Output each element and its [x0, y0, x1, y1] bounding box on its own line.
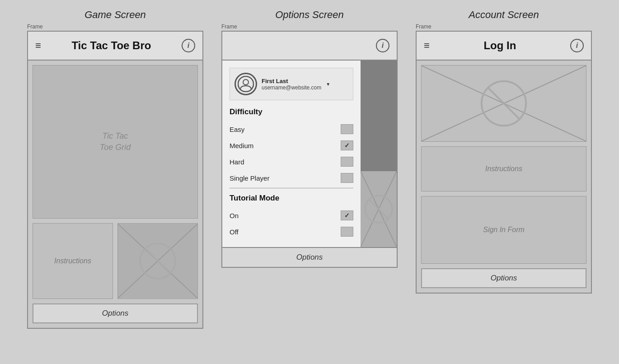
game-screen-title: Game Screen — [84, 9, 146, 21]
tutorial-heading: Tutorial Mode — [230, 194, 353, 203]
account-signin-box: Sign In Form — [421, 196, 586, 264]
game-instructions-label: Instructions — [54, 257, 91, 265]
game-grid-area: Tic Tac Toe Grid — [33, 65, 198, 219]
options-footer-button[interactable]: Options — [222, 247, 397, 267]
option-medium-label: Medium — [230, 142, 253, 149]
easy-checkbox[interactable] — [341, 124, 353, 134]
menu-icon[interactable]: ≡ — [35, 40, 41, 51]
game-bottom-row: Instructions — [33, 223, 198, 299]
option-medium: Medium ✓ — [230, 137, 353, 154]
hard-checkbox[interactable] — [341, 157, 353, 167]
option-hard: Hard — [230, 154, 353, 170]
option-off-label: Off — [230, 228, 239, 236]
dropdown-arrow-icon[interactable]: ▼ — [326, 82, 330, 87]
account-info-icon[interactable]: i — [570, 39, 584, 52]
single-player-checkbox[interactable] — [341, 173, 353, 183]
user-email: username@website.com — [262, 84, 321, 91]
off-checkbox[interactable] — [341, 227, 353, 237]
options-sidebar — [361, 61, 397, 247]
game-info-icon[interactable]: i — [182, 39, 195, 52]
account-body: Instructions Sign In Form Options — [417, 61, 591, 293]
options-info-icon[interactable]: i — [376, 39, 389, 52]
account-image-placeholder — [421, 65, 586, 142]
grid-label: Tic Tac Toe Grid — [100, 131, 131, 153]
account-instructions-box: Instructions — [421, 146, 586, 191]
on-checkbox[interactable]: ✓ — [341, 210, 353, 220]
options-phone-frame: i First Last username@web — [221, 31, 398, 268]
option-on-label: On — [230, 212, 239, 219]
account-menu-icon[interactable]: ≡ — [424, 40, 430, 51]
game-instructions-box: Instructions — [33, 223, 113, 299]
sidebar-bottom-image — [361, 171, 397, 247]
game-image-placeholder — [117, 223, 198, 299]
account-options-button[interactable]: Options — [421, 268, 586, 288]
game-header: ≡ Tic Tac Toe Bro i — [28, 32, 202, 61]
account-signin-label: Sign In Form — [483, 226, 525, 234]
option-hard-label: Hard — [230, 158, 244, 166]
account-screen-title: Account Screen — [469, 9, 539, 21]
user-name: First Last — [262, 78, 321, 84]
option-easy: Easy — [230, 121, 353, 137]
options-screen-title: Options Screen — [275, 9, 344, 21]
option-easy-label: Easy — [230, 126, 244, 133]
game-screen-wrapper: Game Screen Frame ≡ Tic Tac Toe Bro i Ti… — [27, 9, 203, 329]
game-title: Tic Tac Toe Bro — [71, 39, 151, 52]
options-screen-wrapper: Options Screen Frame i — [221, 9, 398, 268]
account-instructions-label: Instructions — [485, 165, 522, 173]
account-header: ≡ Log In i — [417, 32, 591, 61]
game-options-button[interactable]: Options — [33, 303, 198, 323]
medium-checkbox[interactable]: ✓ — [341, 140, 353, 150]
option-single-player: Single Player — [230, 170, 353, 186]
options-header: i — [222, 32, 397, 61]
option-off: Off — [230, 224, 353, 240]
game-frame-label: Frame — [27, 23, 43, 30]
options-frame-label: Frame — [221, 23, 237, 30]
user-info: First Last username@website.com — [262, 78, 321, 91]
sidebar-top — [361, 61, 397, 171]
difficulty-heading: Difficulty — [230, 107, 353, 117]
divider — [230, 188, 353, 188]
option-on: On ✓ — [230, 207, 353, 224]
game-phone-frame: ≡ Tic Tac Toe Bro i Tic Tac Toe Grid Ins… — [27, 31, 203, 329]
option-single-player-label: Single Player — [230, 174, 269, 182]
account-frame-label: Frame — [416, 23, 431, 30]
options-main: First Last username@website.com ▼ Diffic… — [222, 61, 361, 247]
avatar-icon — [234, 73, 257, 95]
account-screen-wrapper: Account Screen Frame ≡ Log In i Inst — [416, 9, 592, 294]
user-section: First Last username@website.com ▼ — [230, 68, 353, 100]
account-phone-frame: ≡ Log In i Instructions Sign — [416, 31, 592, 294]
options-body: First Last username@website.com ▼ Diffic… — [222, 61, 397, 247]
game-body: Tic Tac Toe Grid Instructions — [28, 61, 202, 328]
svg-point-6 — [243, 79, 249, 85]
account-title: Log In — [483, 39, 516, 52]
